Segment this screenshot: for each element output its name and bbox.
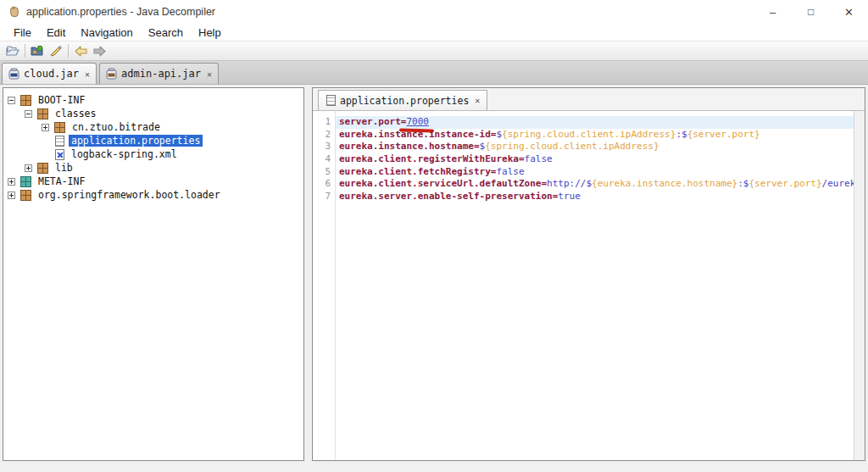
editor-tab-close-icon[interactable]: ✕ (475, 96, 480, 105)
jar-file-icon (8, 68, 19, 80)
menu-help[interactable]: Help (191, 26, 229, 39)
line-number: 4 (313, 153, 335, 166)
tree-item-org-springframework-boot-loader[interactable]: org.springframework.boot.loader (3, 188, 303, 202)
tab-close-icon[interactable]: ✕ (85, 69, 90, 79)
tree-item-classes[interactable]: classes (3, 107, 303, 120)
code-token: = (474, 141, 480, 152)
code-token: {spring.cloud.client.ipAddress} (485, 141, 659, 152)
line-number: 7 (313, 191, 335, 203)
code-token: eureka.client.serviceUrl.defaultZone (339, 178, 541, 189)
maximize-button[interactable]: □ (792, 0, 830, 24)
code-line: eureka.client.registerWithEureka=false (336, 153, 865, 166)
window-title: application.properties - Java Decompiler (26, 6, 215, 18)
collapse-icon[interactable] (8, 97, 15, 104)
code-token: false (525, 153, 553, 164)
tree-item-label: BOOT-INF (36, 94, 87, 106)
jar-tab-label: admin-api.jar (121, 68, 201, 80)
code-token: eureka.instance.instance-id (339, 129, 491, 140)
code-token: {server.port} (687, 129, 760, 140)
annotated-value: 7000 (406, 116, 429, 127)
line-number: 5 (313, 166, 335, 179)
package-icon (54, 122, 65, 133)
close-button[interactable]: ✕ (830, 0, 868, 24)
navigate-back-button[interactable] (71, 42, 90, 59)
file-tree: BOOT-INFclassescn.ztuo.bitradeapplicatio… (3, 88, 303, 202)
code-token: http://$ (547, 178, 592, 189)
open-folder-icon (6, 45, 20, 57)
tree-item-cn-ztuo-bitrade[interactable]: cn.ztuo.bitrade (3, 120, 303, 134)
tree-item-logback-spring-xml[interactable]: logback-spring.xml (3, 147, 303, 161)
tree-item-meta-inf[interactable]: META-INF (3, 175, 303, 188)
code-content: server.port=7000eureka.instance.instance… (336, 111, 865, 460)
tab-admin-api-jar[interactable]: admin-api.jar ✕ (99, 63, 219, 84)
code-line: eureka.client.fetchRegistry=false (336, 166, 865, 179)
editor-tab-label: application.properties (340, 95, 469, 107)
pen-search-icon (49, 45, 63, 57)
line-number: 6 (313, 178, 335, 191)
properties-file-icon (326, 95, 336, 106)
toolbar-separator (68, 44, 69, 58)
expand-icon[interactable] (8, 192, 15, 199)
main-area: BOOT-INFclassescn.ztuo.bitradeapplicatio… (0, 85, 868, 472)
file-tree-panel: BOOT-INFclassescn.ztuo.bitradeapplicatio… (3, 87, 304, 461)
package-icon (37, 108, 48, 119)
minimize-button[interactable]: – (754, 0, 792, 24)
expand-icon[interactable] (42, 124, 49, 131)
back-arrow-icon (74, 46, 88, 57)
code-token: true (558, 191, 581, 202)
editor-tab-bar: application.properties ✕ (313, 88, 865, 111)
code-token: eureka.client.fetchRegistry (339, 166, 491, 177)
tree-item-label: application.properties (69, 135, 203, 147)
tree-item-boot-inf[interactable]: BOOT-INF (3, 93, 303, 107)
title-bar: application.properties - Java Decompiler… (0, 0, 868, 24)
tree-item-lib[interactable]: lib (3, 161, 303, 175)
code-token: eureka.client.registerWithEureka (339, 153, 519, 164)
folder-packages-icon (31, 45, 45, 57)
editor-panel: application.properties ✕ 1234567 server.… (312, 87, 865, 461)
code-token: = (519, 153, 525, 164)
open-all-outlines-button[interactable] (28, 42, 47, 59)
menu-navigation[interactable]: Navigation (73, 26, 140, 39)
package-icon (20, 190, 31, 201)
line-number: 1 (313, 116, 335, 129)
panel-splitter[interactable] (304, 87, 312, 461)
menu-file[interactable]: File (6, 26, 39, 39)
collapse-icon[interactable] (25, 110, 32, 118)
tree-item-application-properties[interactable]: application.properties (3, 134, 303, 147)
code-line: eureka.instance.instance-id=${spring.clo… (336, 129, 865, 142)
editor-vertical-scrollbar[interactable] (854, 111, 865, 460)
line-number: 3 (313, 141, 335, 153)
code-token: eureka.server.enable-self-preservation (339, 191, 553, 202)
tab-close-icon[interactable]: ✕ (207, 69, 212, 79)
app-icon (8, 6, 20, 19)
package-icon (20, 95, 31, 106)
code-token: server.port (339, 116, 401, 127)
line-number-gutter: 1234567 (313, 111, 336, 460)
menu-search[interactable]: Search (141, 26, 191, 39)
tree-item-label: org.springframework.boot.loader (36, 189, 223, 201)
search-button[interactable] (47, 42, 65, 59)
code-token: {server.port} (748, 178, 821, 189)
navigate-forward-button[interactable] (90, 42, 108, 59)
expand-icon[interactable] (25, 164, 32, 172)
toolbar-separator (25, 44, 25, 58)
code-editor[interactable]: 1234567 server.port=7000eureka.instance.… (313, 111, 865, 460)
expand-icon[interactable] (8, 178, 15, 186)
editor-tab-application-properties[interactable]: application.properties ✕ (318, 90, 487, 110)
code-token: false (496, 166, 524, 177)
code-token: eureka.instance.hostname (339, 141, 474, 152)
tab-cloud-jar[interactable]: cloud.jar ✕ (2, 63, 97, 84)
tree-item-label: classes (53, 108, 98, 119)
tree-item-label: cn.ztuo.bitrade (70, 121, 163, 133)
tree-item-label: META-INF (36, 175, 87, 187)
code-line: server.port=7000 (336, 116, 865, 129)
forward-arrow-icon (92, 46, 107, 57)
jar-tab-bar: cloud.jar ✕ admin-api.jar ✕ (0, 61, 868, 85)
package-teal-icon (20, 176, 31, 187)
tree-item-label: lib (53, 162, 75, 174)
file-icon (55, 136, 64, 147)
code-token: :$ (737, 178, 748, 189)
menu-edit[interactable]: Edit (39, 26, 73, 39)
tree-item-label: logback-spring.xml (69, 148, 180, 160)
open-file-button[interactable] (3, 42, 22, 59)
